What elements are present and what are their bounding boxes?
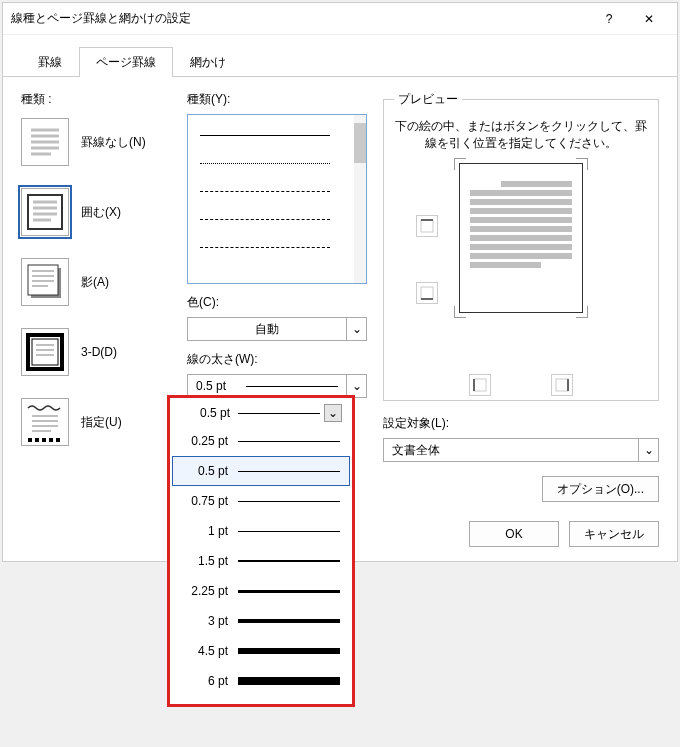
custom-icon [21,398,69,446]
preview-instruction: 下の絵の中、またはボタンをクリックして、罫線を引く位置を指定してください。 [394,118,648,153]
width-option[interactable]: 1.5 pt [170,546,352,576]
options-button[interactable]: オプション(O)... [542,476,659,502]
width-dropdown-selected[interactable]: 0.5 pt ⌄ [170,400,352,426]
edge-bottom-button[interactable] [416,282,438,304]
cancel-button[interactable]: キャンセル [569,521,659,547]
setting-shadow-label: 影(A) [81,274,109,291]
width-option-preview [238,677,340,685]
chevron-down-icon: ⌄ [352,379,362,393]
setting-label: 種類 : [21,91,171,108]
svg-rect-16 [28,335,62,369]
chevron-down-icon: ⌄ [352,322,362,336]
apply-dropdown-button[interactable]: ⌄ [639,438,659,462]
width-option[interactable]: 6 pt [170,666,352,696]
width-option[interactable]: 0.75 pt [170,486,352,516]
none-icon [21,118,69,166]
color-dropdown-button[interactable]: ⌄ [347,317,367,341]
ok-button[interactable]: OK [469,521,559,547]
width-option[interactable]: 4.5 pt [170,636,352,666]
width-option-preview [238,501,340,502]
setting-box[interactable]: 囲む(X) [21,184,171,254]
setting-3d-label: 3-D(D) [81,345,117,359]
width-option-preview [238,471,340,472]
tab-page-border[interactable]: ページ罫線 [79,47,173,77]
style-scrollbar-thumb[interactable] [354,123,366,163]
apply-select[interactable]: 文書全体 [383,438,639,462]
width-option-preview [238,560,340,562]
setting-custom-label: 指定(U) [81,414,122,431]
width-dropdown-list: 0.5 pt ⌄ 0.25 pt0.5 pt0.75 pt1 pt1.5 pt2… [167,395,355,707]
edge-top-button[interactable] [416,215,438,237]
tab-shading[interactable]: 網かけ [173,47,243,77]
color-value: 自動 [255,321,279,338]
svg-rect-30 [474,379,486,391]
preview-page[interactable] [459,163,583,313]
style-listbox[interactable] [187,114,367,284]
chevron-down-icon: ⌄ [324,404,342,422]
width-option[interactable]: 1 pt [170,516,352,546]
dialog-title: 線種とページ罫線と網かけの設定 [11,10,589,27]
width-option-label: 0.25 pt [182,434,238,448]
setting-none[interactable]: 罫線なし(N) [21,114,171,184]
shadow-icon [21,258,69,306]
width-option[interactable]: 2.25 pt [170,576,352,606]
titlebar: 線種とページ罫線と網かけの設定 ? ✕ [3,3,677,35]
dialog-footer: OK キャンセル [469,521,659,547]
width-option-preview [238,590,340,593]
apply-label: 設定対象(L): [383,415,659,432]
width-option-label: 6 pt [182,674,238,688]
style-label: 種類(Y): [187,91,367,108]
width-option-preview [238,441,340,442]
svg-rect-28 [421,287,433,299]
edge-left-button[interactable] [469,374,491,396]
tab-bar: 罫線 ページ罫線 網かけ [3,35,677,77]
setting-custom[interactable]: 指定(U) [21,394,171,464]
apply-value: 文書全体 [392,442,440,459]
width-option-label: 1 pt [182,524,238,538]
box-icon [21,188,69,236]
edge-right-button[interactable] [551,374,573,396]
width-option-label: 3 pt [182,614,238,628]
width-option[interactable]: 0.25 pt [170,426,352,456]
width-option-label: 1.5 pt [182,554,238,568]
threeD-icon [21,328,69,376]
svg-rect-26 [421,220,433,232]
setting-none-label: 罫線なし(N) [81,134,146,151]
width-option-preview [238,619,340,623]
svg-rect-17 [32,339,58,365]
close-button[interactable]: ✕ [629,5,669,33]
width-option-preview [238,531,340,532]
svg-rect-5 [28,195,62,229]
svg-rect-32 [556,379,568,391]
chevron-down-icon: ⌄ [644,443,654,457]
help-icon: ? [606,12,613,26]
width-selected-text: 0.5 pt [196,379,246,393]
width-option[interactable]: 3 pt [170,606,352,636]
color-select[interactable]: 自動 [187,317,347,341]
width-option[interactable]: 0.5 pt [172,456,350,486]
tab-border[interactable]: 罫線 [21,47,79,77]
width-option-label: 4.5 pt [182,644,238,658]
help-button[interactable]: ? [589,5,629,33]
setting-3d[interactable]: 3-D(D) [21,324,171,394]
preview-legend: プレビュー [394,91,462,108]
width-option-label: 0.5 pt [182,464,238,478]
color-label: 色(C): [187,294,367,311]
width-option-label: 2.25 pt [182,584,238,598]
width-option-preview [238,648,340,654]
setting-box-label: 囲む(X) [81,204,121,221]
setting-shadow[interactable]: 影(A) [21,254,171,324]
width-selected-preview [246,386,338,387]
preview-group: プレビュー 下の絵の中、またはボタンをクリックして、罫線を引く位置を指定してくだ… [383,91,659,401]
close-icon: ✕ [644,12,654,26]
width-option-label: 0.75 pt [182,494,238,508]
width-label: 線の太さ(W): [187,351,367,368]
